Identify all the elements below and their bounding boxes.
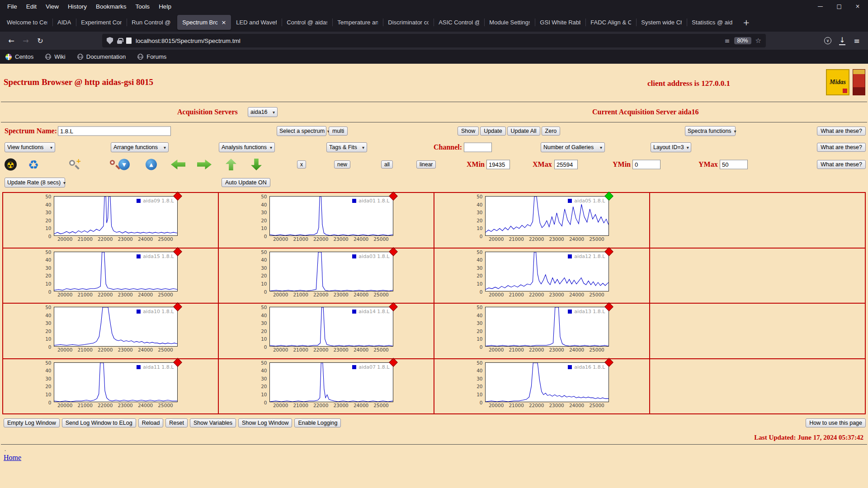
pocket-icon[interactable]: ∨ <box>821 34 835 47</box>
tab-led-and-wavefo[interactable]: LED and Wavefo <box>231 15 282 30</box>
what-are-these-button-2[interactable]: What are these? <box>817 143 866 152</box>
view-functions-dropdown[interactable]: View functions▾ <box>5 142 55 152</box>
what-are-these-button-1[interactable]: What are these? <box>817 127 866 136</box>
reload-button[interactable]: ↻ <box>33 34 47 47</box>
plot-frame[interactable]: aida12 1.8.L <box>485 252 609 291</box>
reload-button[interactable]: Reload <box>138 418 164 427</box>
update-button[interactable]: Update <box>480 127 505 136</box>
tab-spectrum-bro[interactable]: Spectrum Bro× <box>177 15 231 30</box>
gallery-cell-11[interactable] <box>650 303 865 359</box>
menu-bookmarks[interactable]: Bookmarks <box>91 3 131 10</box>
select-spectrum-dropdown[interactable]: Select a spectrum▾ <box>277 126 326 136</box>
spectra-functions-dropdown[interactable]: Spectra functions▾ <box>685 126 736 136</box>
zoom-in-icon[interactable]: + <box>68 158 80 171</box>
close-icon[interactable]: × <box>855 3 860 9</box>
ymin-input[interactable] <box>632 160 660 169</box>
arrange-functions-dropdown[interactable]: Arrange functions▾ <box>111 142 169 152</box>
plot-frame[interactable]: aida15 1.8.L <box>54 252 178 291</box>
new-button[interactable]: new <box>334 160 350 169</box>
bookmark-forums[interactable]: Forums <box>137 53 166 60</box>
tab-gsi-white-rabb[interactable]: GSI White Rabb <box>535 15 585 30</box>
gallery-cell-9[interactable]: 01020304050aida14 1.8.L20000210002200023… <box>218 303 434 359</box>
menu-history[interactable]: History <box>63 3 91 10</box>
what-are-these-button-3[interactable]: What are these? <box>817 160 866 169</box>
tags-fits-dropdown[interactable]: Tags & Fits▾ <box>326 142 367 152</box>
empty-log-window-button[interactable]: Empty Log Window <box>4 418 60 427</box>
linear-button[interactable]: linear <box>416 160 436 169</box>
show-button[interactable]: Show <box>458 127 479 136</box>
spectrum-name-input[interactable] <box>58 127 171 136</box>
menu-file[interactable]: File <box>3 3 22 10</box>
plot-frame[interactable]: aida11 1.8.L <box>54 362 178 402</box>
maximize-icon[interactable]: □ <box>837 3 842 9</box>
gallery-cell-13[interactable]: 01020304050aida07 1.8.L20000210002200023… <box>218 359 434 414</box>
update-all-button[interactable]: Update All <box>507 127 540 136</box>
galleries-dropdown[interactable]: Number of Galleries▾ <box>541 142 605 152</box>
tab-aida[interactable]: AIDA <box>52 15 76 30</box>
gallery-cell-10[interactable]: 01020304050aida13 1.8.L20000210002200023… <box>434 303 650 359</box>
gallery-cell-3[interactable] <box>650 192 865 248</box>
menu-tools[interactable]: Tools <box>131 3 155 10</box>
app-menu-icon[interactable]: ≡ <box>850 34 863 47</box>
bookmark-centos[interactable]: Centos <box>5 53 33 60</box>
gallery-cell-2[interactable]: 01020304050aida05 1.8.L20000210002200023… <box>434 192 650 248</box>
gallery-cell-7[interactable] <box>650 248 865 304</box>
zero-button[interactable]: Zero <box>542 127 561 136</box>
minimize-icon[interactable]: — <box>818 3 823 9</box>
plot-frame[interactable]: aida05 1.8.L <box>485 196 609 236</box>
plot-frame[interactable]: aida16 1.8.L <box>485 362 609 402</box>
plot-frame[interactable]: aida03 1.8.L <box>269 252 393 291</box>
send-log-window-to-elog-button[interactable]: Send Log Window to ELog <box>62 418 136 427</box>
all-button[interactable]: all <box>381 160 393 169</box>
auto-update-button[interactable]: Auto Update ON <box>222 178 270 187</box>
gallery-cell-12[interactable]: 01020304050aida11 1.8.L20000210002200023… <box>3 359 218 414</box>
acquisition-server-select[interactable]: aida16▾ <box>248 107 278 117</box>
move-right-icon[interactable] <box>197 160 212 169</box>
plot-frame[interactable]: aida07 1.8.L <box>269 362 393 402</box>
tab-module-settings[interactable]: Module Settings <box>484 15 535 30</box>
url-bar[interactable]: localhost:8015/Spectrum/Spectrum.tml ≡ 8… <box>102 34 766 47</box>
menu-view[interactable]: View <box>41 3 63 10</box>
enable-logging-button[interactable]: Enable Logging <box>294 418 341 427</box>
compress-y-icon[interactable]: ▼ <box>118 159 130 170</box>
gallery-cell-6[interactable]: 01020304050aida12 1.8.L20000210002200023… <box>434 248 650 304</box>
analysis-functions-dropdown[interactable]: Analysis functions▾ <box>219 142 275 152</box>
tab-control-aidas[interactable]: Control @ aidas <box>282 15 332 30</box>
layout-id-dropdown[interactable]: Layout ID=3▾ <box>651 142 691 152</box>
menu-help[interactable]: Help <box>154 3 176 10</box>
move-down-icon[interactable] <box>251 159 262 170</box>
bookmark-star-icon[interactable]: ☆ <box>755 37 761 45</box>
gallery-cell-8[interactable]: 01020304050aida10 1.8.L20000210002200023… <box>3 303 218 359</box>
show-log-window-button[interactable]: Show Log Window <box>238 418 292 427</box>
radiation-icon[interactable]: ☢ <box>5 159 17 171</box>
tab-experiment-cont[interactable]: Experiment Cont <box>76 15 127 30</box>
channel-input[interactable] <box>464 143 492 152</box>
tab-welcome-to-cent[interactable]: Welcome to Cent <box>2 15 52 30</box>
menu-edit[interactable]: Edit <box>22 3 41 10</box>
bookmark-wiki[interactable]: Wiki <box>45 53 66 60</box>
update-rate-dropdown[interactable]: Update Rate (8 secs)▾ <box>5 178 65 188</box>
move-left-icon[interactable] <box>171 160 185 169</box>
downloads-icon[interactable]: ↓ <box>835 34 849 47</box>
plot-frame[interactable]: aida13 1.8.L <box>485 307 609 347</box>
plot-frame[interactable]: aida01 1.8.L <box>269 196 393 236</box>
tab-discriminator-co[interactable]: Discriminator co <box>383 15 434 30</box>
back-button[interactable]: ← <box>5 34 18 47</box>
gallery-cell-1[interactable]: 01020304050aida01 1.8.L20000210002200023… <box>218 192 434 248</box>
new-tab-button[interactable]: + <box>737 18 755 27</box>
bookmark-documentation[interactable]: Documentation <box>77 53 126 60</box>
tab-system-wide-ch[interactable]: System wide Ch <box>636 15 687 30</box>
how-to-use-button[interactable]: How to use this page <box>806 418 866 427</box>
tab-temperature-an[interactable]: Temperature an <box>332 15 383 30</box>
show-variables-button[interactable]: Show Variables <box>190 418 236 427</box>
ymax-input[interactable] <box>720 160 748 169</box>
forward-button[interactable]: → <box>19 34 33 47</box>
reset-button[interactable]: Reset <box>165 418 188 427</box>
tab-fadc-align-c[interactable]: FADC Align & C <box>585 15 636 30</box>
zoom-indicator[interactable]: 80% <box>734 37 751 44</box>
plot-frame[interactable]: aida09 1.8.L <box>54 196 178 236</box>
gallery-cell-5[interactable]: 01020304050aida03 1.8.L20000210002200023… <box>218 248 434 304</box>
xmax-input[interactable] <box>554 160 578 169</box>
reader-mode-icon[interactable]: ≡ <box>725 37 730 44</box>
lock-icon[interactable] <box>117 40 122 44</box>
